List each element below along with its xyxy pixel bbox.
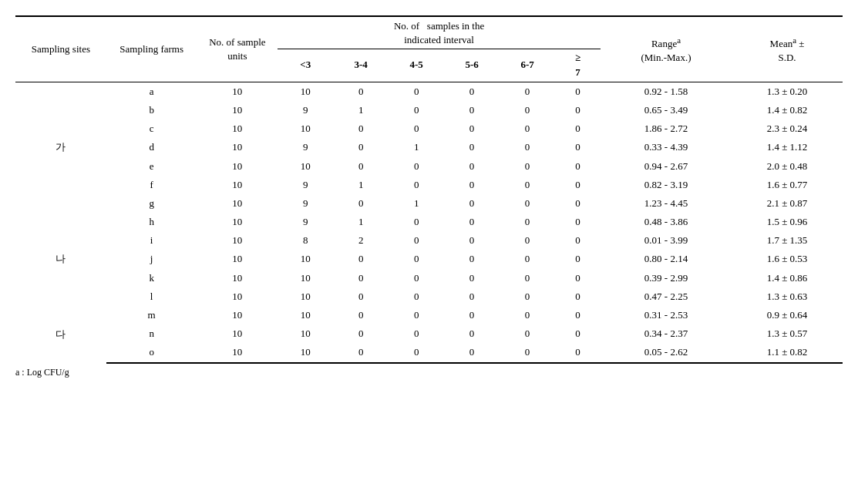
r34-cell: 0 (333, 138, 389, 156)
mean-cell: 2.3 ± 0.24 (732, 119, 843, 138)
farm-cell: a (106, 82, 197, 101)
gte7-cell: 0 (555, 231, 601, 250)
lt3-cell: 9 (278, 213, 333, 231)
col-lt3: <3 (278, 49, 333, 82)
range-cell: 0.33 - 4.39 (601, 138, 732, 156)
range-cell: 0.34 - 2.37 (601, 324, 732, 343)
table-row: c1010000001.86 - 2.722.3 ± 0.24 (15, 119, 843, 138)
r56-cell: 0 (444, 213, 500, 231)
table-wrapper: Sampling sites Sampling farms No. of sam… (15, 15, 843, 378)
col-45: 4-5 (389, 49, 444, 82)
r56-cell: 0 (444, 119, 500, 138)
mean-cell: 0.9 ± 0.64 (732, 306, 843, 324)
col-range: Rangea(Min.-Max.) (601, 16, 732, 82)
farm-cell: e (106, 157, 197, 176)
gte7-cell: 0 (555, 250, 601, 268)
range-cell: 1.86 - 2.72 (601, 119, 732, 138)
units-cell: 10 (197, 119, 278, 138)
r56-cell: 0 (444, 101, 500, 119)
r67-cell: 0 (500, 306, 555, 324)
r45-cell: 0 (389, 101, 444, 119)
mean-cell: 1.7 ± 1.35 (732, 231, 843, 250)
r56-cell: 0 (444, 157, 500, 176)
table-row: b109100000.65 - 3.491.4 ± 0.82 (15, 101, 843, 119)
farm-cell: l (106, 287, 197, 306)
gte7-cell: 0 (555, 176, 601, 194)
r56-cell: 0 (444, 306, 500, 324)
gte7-cell: 0 (555, 269, 601, 287)
farm-cell: n (106, 324, 197, 343)
r45-cell: 0 (389, 82, 444, 101)
units-cell: 10 (197, 324, 278, 343)
r34-cell: 1 (333, 176, 389, 194)
range-cell: 0.47 - 2.25 (601, 287, 732, 306)
gte7-cell: 0 (555, 287, 601, 306)
table-row: n1010000000.34 - 2.371.3 ± 0.57 (15, 324, 843, 343)
lt3-cell: 8 (278, 231, 333, 250)
r45-cell: 1 (389, 138, 444, 156)
farm-cell: c (106, 119, 197, 138)
r45-cell: 0 (389, 119, 444, 138)
table-row: o1010000000.05 - 2.621.1 ± 0.82 (15, 343, 843, 362)
gte7-cell: 0 (555, 213, 601, 231)
table-row: 나h109100000.48 - 3.861.5 ± 0.96 (15, 213, 843, 231)
col-interval-group: No. of samples in theindicated interval (278, 16, 601, 49)
lt3-cell: 10 (278, 287, 333, 306)
r45-cell: 0 (389, 157, 444, 176)
r56-cell: 0 (444, 250, 500, 268)
mean-cell: 1.3 ± 0.20 (732, 82, 843, 101)
site-cell: 나 (15, 213, 106, 306)
mean-cell: 1.4 ± 0.82 (732, 101, 843, 119)
r45-cell: 1 (389, 194, 444, 213)
units-cell: 10 (197, 213, 278, 231)
mean-cell: 1.4 ± 0.86 (732, 269, 843, 287)
gte7-cell: 0 (555, 194, 601, 213)
range-cell: 0.82 - 3.19 (601, 176, 732, 194)
range-cell: 0.92 - 1.58 (601, 82, 732, 101)
lt3-cell: 10 (278, 119, 333, 138)
r56-cell: 0 (444, 324, 500, 343)
range-cell: 0.80 - 2.14 (601, 250, 732, 268)
mean-cell: 1.5 ± 0.96 (732, 213, 843, 231)
gte7-cell: 0 (555, 343, 601, 362)
lt3-cell: 10 (278, 324, 333, 343)
units-cell: 10 (197, 306, 278, 324)
table-row: k1010000000.39 - 2.991.4 ± 0.86 (15, 269, 843, 287)
table-row: j1010000000.80 - 2.141.6 ± 0.53 (15, 250, 843, 268)
footnote: a : Log CFU/g (15, 364, 843, 378)
units-cell: 10 (197, 101, 278, 119)
farm-cell: m (106, 306, 197, 324)
r67-cell: 0 (500, 213, 555, 231)
r34-cell: 0 (333, 157, 389, 176)
r67-cell: 0 (500, 101, 555, 119)
r67-cell: 0 (500, 176, 555, 194)
units-cell: 10 (197, 287, 278, 306)
mean-cell: 1.3 ± 0.63 (732, 287, 843, 306)
lt3-cell: 10 (278, 269, 333, 287)
r67-cell: 0 (500, 324, 555, 343)
r34-cell: 0 (333, 324, 389, 343)
r56-cell: 0 (444, 138, 500, 156)
lt3-cell: 10 (278, 82, 333, 101)
farm-cell: j (106, 250, 197, 268)
farm-cell: b (106, 101, 197, 119)
table-row: l1010000000.47 - 2.251.3 ± 0.63 (15, 287, 843, 306)
r67-cell: 0 (500, 287, 555, 306)
gte7-cell: 0 (555, 324, 601, 343)
gte7-cell: 0 (555, 119, 601, 138)
gte7-cell: 0 (555, 138, 601, 156)
r45-cell: 0 (389, 176, 444, 194)
r67-cell: 0 (500, 138, 555, 156)
mean-cell: 1.6 ± 0.53 (732, 250, 843, 268)
units-cell: 10 (197, 231, 278, 250)
r45-cell: 0 (389, 250, 444, 268)
range-cell: 0.65 - 3.49 (601, 101, 732, 119)
col-sample-units: No. of sample units (197, 16, 278, 82)
r34-cell: 1 (333, 101, 389, 119)
farm-cell: g (106, 194, 197, 213)
range-cell: 0.94 - 2.67 (601, 157, 732, 176)
units-cell: 10 (197, 269, 278, 287)
units-cell: 10 (197, 250, 278, 268)
farm-cell: h (106, 213, 197, 231)
site-cell: 다 (15, 306, 106, 363)
